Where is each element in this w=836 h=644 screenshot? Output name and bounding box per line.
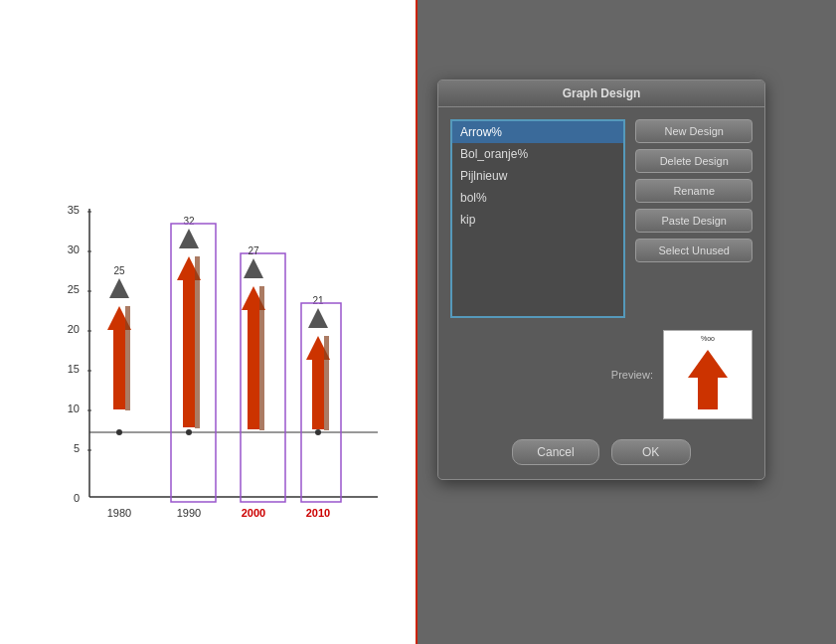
arrow-body <box>698 378 718 409</box>
right-panel: Graph Design Arrow% Bol_oranje% Pijlnieu… <box>418 0 836 644</box>
preview-inner-label: %oo <box>701 335 715 342</box>
svg-text:1990: 1990 <box>177 507 201 519</box>
svg-marker-24 <box>179 229 199 248</box>
graph-design-dialog: Graph Design Arrow% Bol_oranje% Pijlnieu… <box>437 80 765 480</box>
svg-rect-20 <box>113 330 125 409</box>
list-item[interactable]: Bol_oranje% <box>452 143 623 165</box>
cancel-button[interactable]: Cancel <box>512 439 598 465</box>
svg-text:1980: 1980 <box>107 507 131 519</box>
svg-point-42 <box>315 429 321 435</box>
svg-rect-27 <box>195 256 200 428</box>
svg-text:25: 25 <box>68 283 80 295</box>
list-item[interactable]: bol% <box>452 187 623 209</box>
svg-text:15: 15 <box>68 363 80 375</box>
svg-text:20: 20 <box>68 323 80 335</box>
preview-section: Preview: %oo <box>438 330 764 431</box>
arrow-preview <box>688 350 728 409</box>
svg-text:32: 32 <box>183 216 195 227</box>
svg-text:35: 35 <box>68 204 80 216</box>
arrow-head <box>688 350 728 378</box>
dialog-titlebar: Graph Design <box>438 80 764 107</box>
delete-design-button[interactable]: Delete Design <box>635 149 752 173</box>
svg-text:2010: 2010 <box>306 507 330 519</box>
svg-text:27: 27 <box>248 245 259 256</box>
design-list[interactable]: Arrow% Bol_oranje% Pijlnieuw bol% kip <box>450 119 625 318</box>
action-buttons: New Design Delete Design Rename Paste De… <box>635 119 752 318</box>
svg-marker-18 <box>109 278 129 298</box>
new-design-button[interactable]: New Design <box>635 119 752 143</box>
dialog-body: Arrow% Bol_oranje% Pijlnieuw bol% kip Ne… <box>438 107 764 330</box>
svg-text:21: 21 <box>312 295 324 306</box>
rename-button[interactable]: Rename <box>635 179 752 203</box>
preview-box: %oo <box>663 330 752 419</box>
list-item[interactable]: Pijlnieuw <box>452 165 623 187</box>
ok-button[interactable]: OK <box>611 439 691 465</box>
canvas-area: 35 30 25 20 15 10 5 0 25 32 <box>0 0 418 644</box>
svg-marker-30 <box>244 258 263 278</box>
dialog-footer: Cancel OK <box>438 431 764 479</box>
preview-label: Preview: <box>611 369 653 381</box>
svg-rect-39 <box>312 360 324 429</box>
svg-rect-40 <box>324 336 329 430</box>
svg-point-29 <box>186 429 192 435</box>
svg-point-23 <box>116 429 122 435</box>
svg-text:0: 0 <box>74 492 80 504</box>
svg-rect-21 <box>125 306 130 410</box>
dialog-title: Graph Design <box>563 86 641 100</box>
svg-text:10: 10 <box>68 402 80 414</box>
svg-text:5: 5 <box>74 442 80 454</box>
svg-text:25: 25 <box>113 265 125 276</box>
svg-marker-37 <box>308 308 328 328</box>
svg-rect-34 <box>259 286 264 430</box>
list-item[interactable]: Arrow% <box>452 121 623 143</box>
chart-svg: 35 30 25 20 15 10 5 0 25 32 <box>50 199 388 557</box>
svg-text:30: 30 <box>68 243 80 255</box>
svg-text:2000: 2000 <box>242 507 265 519</box>
svg-rect-33 <box>248 310 259 429</box>
select-unused-button[interactable]: Select Unused <box>635 239 752 262</box>
list-item[interactable]: kip <box>452 209 623 231</box>
paste-design-button[interactable]: Paste Design <box>635 209 752 233</box>
svg-rect-26 <box>183 280 195 427</box>
